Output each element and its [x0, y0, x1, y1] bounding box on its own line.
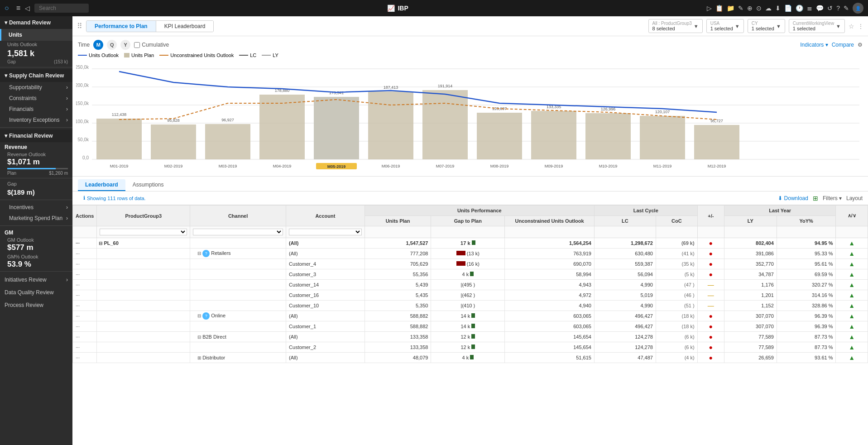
filter-country[interactable]: USA 1 selected ▼: [706, 19, 744, 33]
sidebar-demand-review[interactable]: ▾ Demand Review: [0, 16, 72, 29]
cell-indicator: —: [697, 301, 724, 311]
excel-icon[interactable]: ⊞: [813, 195, 818, 202]
bar-m11: [640, 116, 685, 159]
sidebar-item-financials[interactable]: Financials ›: [0, 104, 72, 115]
user-avatar[interactable]: 👤: [853, 3, 863, 14]
sidebar-item-units[interactable]: Units: [0, 29, 72, 41]
cell-actions[interactable]: ···: [73, 238, 97, 249]
compare-btn[interactable]: Compare: [832, 42, 854, 48]
cell-actions[interactable]: ···: [73, 353, 97, 363]
cell-actions[interactable]: ···: [73, 332, 97, 342]
sidebar-item-supportability[interactable]: Supportability ›: [0, 82, 72, 93]
cell-actions[interactable]: ···: [73, 259, 97, 269]
refresh-icon[interactable]: ↺: [827, 5, 833, 12]
action-menu[interactable]: ···: [76, 355, 80, 360]
filter-account[interactable]: [286, 226, 365, 238]
cell-unconstrained: 58,994: [505, 269, 595, 280]
cell-indicator: ●: [697, 311, 724, 321]
download-icon[interactable]: ⬇: [775, 5, 781, 12]
filter-units-plan: [364, 226, 431, 238]
sidebar-item-incentives[interactable]: Incentives ›: [0, 202, 72, 213]
action-menu[interactable]: ···: [76, 261, 80, 267]
sidebar-supply-chain-review[interactable]: ▾ Supply Chain Review: [0, 69, 72, 82]
filter-channel-select[interactable]: [193, 229, 283, 235]
action-menu[interactable]: ···: [76, 303, 80, 308]
filter-account-select[interactable]: [289, 229, 362, 235]
edit-icon[interactable]: ✎: [738, 5, 743, 12]
favorite-icon[interactable]: ☆: [849, 23, 854, 30]
cell-actions[interactable]: ···: [73, 301, 97, 311]
action-menu[interactable]: ···: [76, 251, 80, 256]
filter-period[interactable]: CY 1 selected ▼: [748, 19, 785, 33]
folder-icon[interactable]: 📁: [727, 5, 734, 12]
filter-product-select[interactable]: [100, 229, 187, 235]
time-btn-q[interactable]: Q: [107, 40, 117, 50]
download-btn[interactable]: ⬇ Download: [778, 195, 808, 201]
settings-icon[interactable]: ⚙: [858, 42, 863, 48]
cell-ly: 307,070: [724, 321, 777, 332]
tab-assumptions[interactable]: Assumptions: [125, 179, 171, 191]
play-icon[interactable]: ▷: [707, 5, 712, 12]
sidebar-item-process-review[interactable]: Process Review: [0, 299, 72, 311]
expand-icon[interactable]: ⊟: [197, 335, 201, 340]
edit2-icon[interactable]: ✎: [844, 5, 849, 12]
search-input[interactable]: [34, 4, 89, 13]
sidebar-item-inventory-exceptions[interactable]: Inventory Exceptions ›: [0, 115, 72, 125]
indicators-btn[interactable]: Indicators ▾: [800, 42, 828, 48]
cell-actions[interactable]: ···: [73, 249, 97, 259]
sidebar-financial-review[interactable]: ▾ Financial Review: [0, 129, 72, 142]
copy-icon[interactable]: 📋: [715, 5, 723, 12]
cell-actions[interactable]: ···: [73, 290, 97, 301]
action-menu[interactable]: ···: [76, 292, 80, 298]
filter-product[interactable]: [97, 226, 190, 238]
menu-icon[interactable]: ≡: [16, 4, 20, 12]
cloud-icon[interactable]: ☁: [765, 5, 772, 12]
action-menu[interactable]: ···: [76, 334, 80, 340]
tab-leaderboard[interactable]: Leaderboard: [78, 179, 125, 191]
expand-icon[interactable]: ⊟: [197, 313, 201, 318]
action-menu[interactable]: ···: [76, 345, 80, 350]
cumulative-checkbox[interactable]: [134, 42, 140, 48]
clock-icon[interactable]: 🕐: [796, 5, 803, 12]
cell-actions[interactable]: ···: [73, 342, 97, 353]
doc-icon[interactable]: 📄: [784, 5, 792, 12]
tab-performance[interactable]: Performance to Plan: [86, 21, 156, 32]
back-icon[interactable]: ◁: [25, 5, 30, 12]
cell-units-plan: 588,882: [364, 311, 431, 321]
svg-text:120,107: 120,107: [655, 110, 670, 114]
filter-channel[interactable]: [190, 226, 286, 238]
help-icon[interactable]: ?: [836, 5, 840, 12]
sidebar-item-marketing-spend[interactable]: Marketing Spend Plan ›: [0, 213, 72, 224]
filter-view[interactable]: CurrentWorkingView 1 selected ▼: [789, 19, 845, 33]
sidebar-item-data-quality-review[interactable]: Data Quality Review: [0, 286, 72, 299]
sidebar-item-initiatives-review[interactable]: Initiatives Review ›: [0, 273, 72, 286]
table-row: ··· ⊟ ? Online (All) 588,882 14 k 603,06…: [73, 311, 868, 321]
more-options-icon[interactable]: ⋮: [858, 23, 863, 29]
cell-actions[interactable]: ···: [73, 321, 97, 332]
layout-btn[interactable]: Layout: [846, 195, 863, 201]
add-icon[interactable]: ⊕: [747, 5, 753, 12]
action-menu[interactable]: ···: [76, 282, 80, 287]
action-menu[interactable]: ···: [76, 240, 80, 246]
list-icon[interactable]: ≣: [807, 5, 812, 12]
cell-actions[interactable]: ···: [73, 280, 97, 290]
expand-icon[interactable]: ⊟: [99, 241, 102, 246]
filters-btn[interactable]: Filters ▾: [823, 195, 842, 201]
drag-handle[interactable]: ⠿: [77, 22, 82, 30]
cell-actions[interactable]: ···: [73, 269, 97, 280]
action-menu[interactable]: ···: [76, 324, 80, 329]
action-menu[interactable]: ···: [76, 313, 80, 319]
filter-product-group[interactable]: All : ProductGroup3 8 selected ▼: [648, 19, 703, 33]
expand-icon[interactable]: ⊞: [197, 355, 201, 360]
sidebar-item-constraints[interactable]: Constraints ›: [0, 93, 72, 104]
time-btn-y[interactable]: Y: [120, 40, 130, 50]
tab-kpi[interactable]: KPI Leaderboard: [156, 21, 214, 32]
cell-lc: 496,427: [594, 311, 656, 321]
time-btn-m[interactable]: M: [93, 40, 103, 50]
cell-actions[interactable]: ···: [73, 311, 97, 321]
action-menu[interactable]: ···: [76, 272, 80, 277]
chat-icon[interactable]: 💬: [816, 5, 824, 12]
expand-icon[interactable]: ⊟: [197, 251, 201, 256]
circle-icon[interactable]: ⊙: [756, 5, 762, 12]
cumulative-checkbox-label[interactable]: Cumulative: [134, 42, 169, 48]
